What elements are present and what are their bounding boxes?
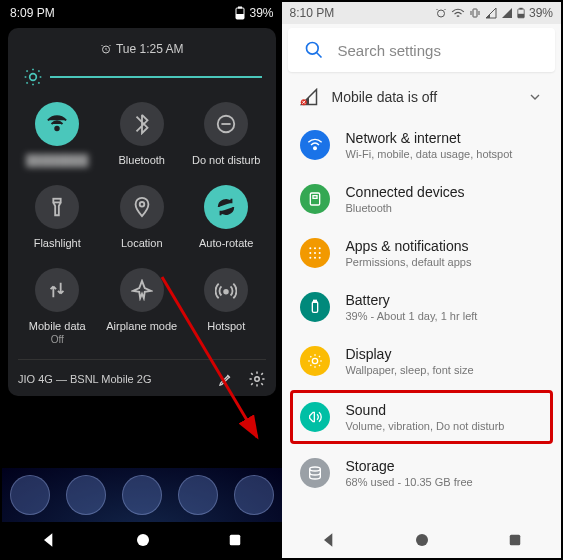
- settings-panel: 8:10 PM 39% Search settings Mobile data …: [282, 2, 562, 558]
- item-icon: [300, 184, 330, 214]
- nav-bar-left: [2, 522, 282, 558]
- wifi-icon: [451, 7, 465, 19]
- item-subtitle: 68% used - 10.35 GB free: [346, 476, 544, 488]
- tile-dnd[interactable]: Do not disturb: [187, 102, 266, 167]
- alarm-text: Tue 1:25 AM: [116, 42, 184, 56]
- airplane-icon: [120, 268, 164, 312]
- signal-icon: [485, 7, 497, 19]
- item-title: Network & internet: [346, 130, 544, 146]
- tile-label: Mobile data: [18, 320, 97, 333]
- svg-rect-33: [312, 302, 317, 313]
- autorotate-icon: [204, 185, 248, 229]
- settings-item-battery[interactable]: Battery39% - About 1 day, 1 hr left: [282, 280, 562, 334]
- svg-rect-1: [238, 7, 242, 9]
- svg-point-37: [416, 534, 428, 546]
- tile-sublabel: Off: [18, 334, 97, 345]
- svg-point-30: [309, 257, 311, 259]
- tile-label: Hotspot: [187, 320, 266, 333]
- battery-pct: 39%: [249, 6, 273, 20]
- svg-point-26: [318, 247, 320, 249]
- tile-location[interactable]: Location: [103, 185, 182, 250]
- tile-airplane[interactable]: Airplane mode: [103, 268, 182, 344]
- tile-bluetooth[interactable]: Bluetooth: [103, 102, 182, 167]
- svg-point-11: [137, 534, 149, 546]
- tile-label: Do not disturb: [187, 154, 266, 167]
- svg-point-4: [30, 74, 37, 81]
- clock: 8:10 PM: [290, 6, 335, 20]
- svg-point-32: [318, 257, 320, 259]
- svg-point-5: [55, 127, 59, 131]
- alarm-icon: [435, 7, 447, 19]
- home-dock: [2, 468, 282, 522]
- item-icon: [300, 402, 330, 432]
- tile-label: Bluetooth: [103, 154, 182, 167]
- search-icon: [304, 40, 324, 60]
- banner-text: Mobile data is off: [332, 89, 438, 105]
- item-subtitle: Bluetooth: [346, 202, 544, 214]
- settings-item-network[interactable]: Network & internetWi-Fi, mobile, data us…: [282, 118, 562, 172]
- item-title: Sound: [346, 402, 541, 418]
- gear-icon[interactable]: [248, 370, 266, 388]
- svg-point-21: [313, 147, 316, 150]
- battery-icon: [517, 7, 525, 19]
- svg-point-25: [314, 247, 316, 249]
- signal-off-icon: [300, 88, 318, 106]
- item-icon: [300, 346, 330, 376]
- quicksettings-panel: 8:09 PM 39% Tue 1:25 AM ████████Bluetoot…: [2, 2, 282, 558]
- item-icon: [300, 458, 330, 488]
- tile-label: ████████: [18, 154, 97, 167]
- brightness-track[interactable]: [50, 76, 262, 78]
- dock-app[interactable]: [66, 475, 106, 515]
- svg-point-10: [254, 376, 259, 381]
- svg-rect-15: [473, 9, 477, 17]
- nav-recents-icon[interactable]: [506, 531, 524, 549]
- brightness-slider[interactable]: [22, 66, 262, 88]
- item-subtitle: 39% - About 1 day, 1 hr left: [346, 310, 544, 322]
- bluetooth-icon: [120, 102, 164, 146]
- dock-app[interactable]: [234, 475, 274, 515]
- alarm-icon: [100, 43, 112, 55]
- tile-wifi[interactable]: ████████: [18, 102, 97, 167]
- location-icon: [120, 185, 164, 229]
- nav-back-icon[interactable]: [39, 530, 59, 550]
- item-subtitle: Wi-Fi, mobile, data usage, hotspot: [346, 148, 544, 160]
- tile-mobiledata[interactable]: Mobile dataOff: [18, 268, 97, 344]
- search-placeholder: Search settings: [338, 42, 441, 59]
- tile-autorotate[interactable]: Auto-rotate: [187, 185, 266, 250]
- clock: 8:09 PM: [10, 6, 55, 20]
- nav-back-icon[interactable]: [319, 530, 339, 550]
- settings-item-sound[interactable]: SoundVolume, vibration, Do not disturb: [290, 390, 554, 444]
- dock-app[interactable]: [10, 475, 50, 515]
- chevron-down-icon[interactable]: [527, 89, 543, 105]
- dock-app[interactable]: [122, 475, 162, 515]
- flashlight-icon: [35, 185, 79, 229]
- svg-rect-12: [230, 535, 241, 546]
- nav-recents-icon[interactable]: [226, 531, 244, 549]
- edit-icon[interactable]: [218, 371, 234, 387]
- nav-home-icon[interactable]: [134, 531, 152, 549]
- svg-rect-2: [236, 14, 244, 19]
- settings-item-apps[interactable]: Apps & notificationsPermissions, default…: [282, 226, 562, 280]
- svg-point-35: [312, 358, 317, 363]
- battery-icon: [235, 6, 245, 20]
- search-settings[interactable]: Search settings: [288, 28, 556, 72]
- alarm-row[interactable]: Tue 1:25 AM: [18, 42, 266, 56]
- svg-point-24: [309, 247, 311, 249]
- svg-point-31: [314, 257, 316, 259]
- settings-item-display[interactable]: DisplayWallpaper, sleep, font size: [282, 334, 562, 388]
- item-title: Display: [346, 346, 544, 362]
- item-icon: [300, 238, 330, 268]
- item-title: Storage: [346, 458, 544, 474]
- svg-point-29: [318, 252, 320, 254]
- tile-flashlight[interactable]: Flashlight: [18, 185, 97, 250]
- nav-home-icon[interactable]: [413, 531, 431, 549]
- dock-app[interactable]: [178, 475, 218, 515]
- tile-hotspot[interactable]: Hotspot: [187, 268, 266, 344]
- settings-item-connected[interactable]: Connected devicesBluetooth: [282, 172, 562, 226]
- tile-label: Airplane mode: [103, 320, 182, 333]
- settings-item-storage[interactable]: Storage68% used - 10.35 GB free: [282, 446, 562, 500]
- tile-label: Flashlight: [18, 237, 97, 250]
- item-title: Battery: [346, 292, 544, 308]
- mobiledata-icon: [35, 268, 79, 312]
- mobile-data-banner[interactable]: Mobile data is off: [282, 76, 562, 118]
